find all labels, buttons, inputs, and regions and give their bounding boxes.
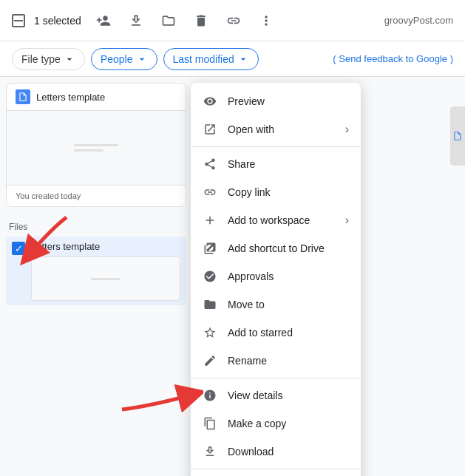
link-button[interactable]	[220, 7, 247, 34]
file-row[interactable]: ✓ Letters template	[6, 237, 186, 305]
left-panel: Letters template You created today Files…	[0, 77, 192, 476]
file-row-content: Letters template	[31, 241, 180, 301]
move-to-icon	[203, 297, 217, 312]
menu-item-copy-link[interactable]: Copy link	[191, 178, 361, 206]
toolbar-checkbox-area	[12, 14, 25, 27]
menu-item-move-to[interactable]: Move to	[191, 290, 361, 319]
filter-bar: File type People Last modified ( Send fe…	[0, 41, 465, 77]
file-row-name: Letters template	[31, 241, 180, 252]
menu-divider-2	[191, 378, 361, 378]
last-modified-filter[interactable]: Last modified	[163, 48, 259, 70]
people-chevron-icon	[136, 53, 148, 65]
people-label: People	[101, 53, 133, 65]
eye-icon	[203, 94, 217, 109]
file-type-label: File type	[21, 53, 61, 65]
check-mark: ✓	[15, 244, 23, 254]
feedback-link[interactable]: ( Send feedback to Google )	[333, 53, 453, 64]
toolbar-left: 1 selected	[12, 7, 379, 34]
share-label: Share	[228, 158, 349, 170]
delete-button[interactable]	[188, 7, 214, 34]
menu-item-approvals[interactable]: Approvals	[191, 262, 361, 290]
menu-item-preview[interactable]: Preview	[191, 87, 361, 115]
approvals-icon	[203, 269, 217, 284]
download-label: Download	[228, 446, 349, 458]
brand-label: groovyPost.com	[384, 15, 453, 26]
menu-divider-1	[191, 146, 361, 147]
files-section-title: Files	[6, 219, 186, 237]
file-checkbox[interactable]: ✓	[12, 242, 25, 255]
download-menu-icon	[203, 444, 217, 459]
rename-icon	[203, 353, 217, 368]
add-shortcut-label: Add shortcut to Drive	[228, 242, 349, 254]
file-preview-card: Letters template You created today	[6, 83, 186, 207]
last-modified-label: Last modified	[173, 53, 234, 65]
add-person-button[interactable]	[90, 7, 117, 34]
toolbar-checkbox[interactable]	[12, 14, 25, 27]
workspace-arrow: ›	[345, 214, 349, 227]
move-folder-button[interactable]	[155, 7, 182, 34]
menu-item-add-starred[interactable]: Add to starred	[191, 319, 361, 347]
file-row-preview-line	[91, 278, 121, 280]
menu-item-view-details[interactable]: View details	[191, 381, 361, 409]
file-card-header: Letters template	[7, 84, 186, 111]
file-row-preview	[31, 256, 180, 301]
file-line-1	[74, 144, 118, 146]
download-button[interactable]	[123, 7, 149, 34]
menu-item-add-shortcut[interactable]: Add shortcut to Drive	[191, 234, 361, 262]
copy-link-label: Copy link	[228, 186, 349, 198]
open-with-icon	[203, 122, 217, 137]
view-details-label: View details	[228, 390, 349, 401]
file-type-icon	[16, 89, 30, 104]
link-copy-icon	[203, 185, 217, 200]
star-icon	[203, 325, 217, 340]
svg-rect-0	[14, 20, 23, 21]
more-button[interactable]	[253, 7, 279, 34]
menu-item-rename[interactable]: Rename	[191, 347, 361, 375]
menu-item-add-workspace[interactable]: Add to workspace ›	[191, 206, 361, 234]
menu-item-open-with[interactable]: Open with ›	[191, 115, 361, 143]
open-with-arrow: ›	[345, 123, 349, 136]
people-filter[interactable]: People	[91, 48, 157, 70]
open-with-label: Open with	[228, 123, 335, 135]
shortcut-icon	[203, 241, 217, 256]
menu-item-remove[interactable]: Remove	[191, 472, 361, 476]
menu-item-share[interactable]: Share	[191, 150, 361, 178]
make-copy-label: Make a copy	[228, 418, 349, 429]
toolbar-icons	[90, 7, 279, 34]
main-content: Letters template You created today Files…	[0, 77, 465, 476]
approvals-label: Approvals	[228, 271, 349, 282]
context-menu: Preview Open with › Share Copy link	[191, 83, 361, 476]
move-to-label: Move to	[228, 299, 349, 310]
rename-label: Rename	[228, 355, 349, 367]
add-workspace-label: Add to workspace	[228, 214, 335, 226]
toolbar: 1 selected	[0, 0, 465, 41]
file-card-footer: You created today	[7, 185, 186, 206]
info-icon	[203, 388, 217, 403]
add-workspace-icon	[203, 213, 217, 228]
file-card-body	[7, 111, 186, 185]
copy-icon	[203, 416, 217, 431]
scroll-indicator	[450, 106, 465, 166]
preview-label: Preview	[228, 95, 349, 107]
file-preview-lines	[74, 144, 118, 152]
menu-divider-3	[191, 469, 361, 469]
file-type-filter[interactable]: File type	[12, 48, 85, 70]
selected-count: 1 selected	[34, 15, 81, 27]
last-modified-chevron-icon	[237, 53, 249, 65]
chevron-down-icon	[64, 53, 75, 65]
menu-item-download[interactable]: Download	[191, 438, 361, 466]
file-card-title: Letters template	[36, 92, 105, 103]
share-icon	[203, 157, 217, 171]
menu-item-make-copy[interactable]: Make a copy	[191, 409, 361, 438]
file-line-2	[74, 149, 103, 152]
add-starred-label: Add to starred	[228, 327, 349, 339]
